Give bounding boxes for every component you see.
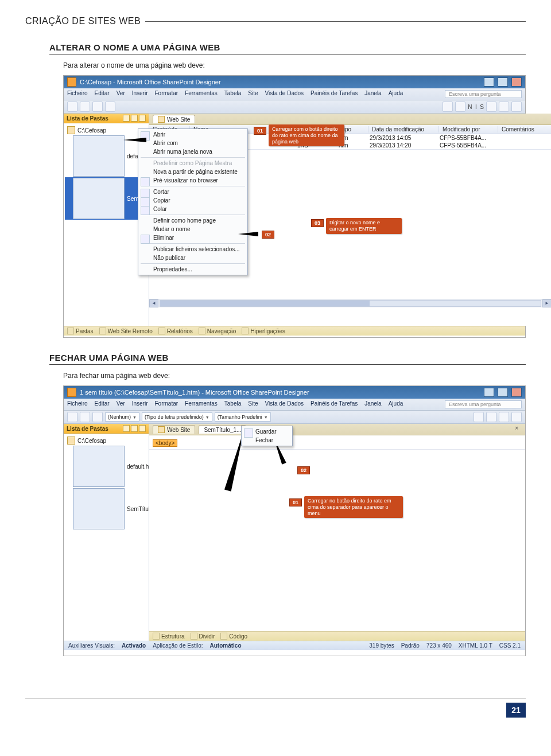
toolbar-button[interactable] bbox=[455, 102, 465, 112]
col-modificado[interactable]: Modificado por bbox=[439, 126, 498, 133]
help-search-box[interactable]: Escreva uma pergunta bbox=[445, 400, 522, 408]
maximize-button[interactable] bbox=[498, 77, 508, 87]
menu-item[interactable]: Site bbox=[248, 400, 258, 408]
toolbar-button[interactable] bbox=[474, 412, 484, 422]
menu-item[interactable]: Editar bbox=[95, 400, 110, 408]
tab-close-icon[interactable]: × bbox=[511, 425, 522, 434]
toolbar-button[interactable] bbox=[80, 102, 90, 112]
menu-item[interactable]: Formatar bbox=[155, 400, 179, 408]
toolbar-button[interactable] bbox=[67, 102, 77, 112]
size-combo[interactable]: (Tamanho Predefini▼ bbox=[215, 412, 271, 422]
panel-close-icon[interactable] bbox=[139, 425, 146, 432]
body-tag-breadcrumb[interactable]: <body> bbox=[153, 439, 177, 447]
menu-item[interactable]: Janela bbox=[364, 90, 381, 98]
col-comentarios[interactable]: Comentários bbox=[498, 126, 551, 133]
menu-item[interactable]: Tabela bbox=[224, 90, 241, 98]
ctx-publicar[interactable]: Publicar ficheiros seleccionados... bbox=[138, 245, 247, 254]
view-tab-hiperligacoes[interactable]: Hiperligações bbox=[242, 328, 285, 334]
scroll-left-icon[interactable]: ◄ bbox=[149, 299, 158, 307]
tab-web-site[interactable]: Web Site bbox=[153, 115, 195, 123]
toolbar-button[interactable] bbox=[80, 412, 90, 422]
menu-item[interactable]: Ferramentas bbox=[185, 90, 218, 98]
toolbar-button[interactable] bbox=[92, 102, 103, 112]
toolbar-button[interactable] bbox=[511, 102, 522, 112]
menu-item[interactable]: Tabela bbox=[224, 400, 241, 408]
menu-item[interactable]: Ficheiro bbox=[67, 400, 88, 408]
ctx-colar[interactable]: Colar bbox=[138, 205, 247, 213]
panel-button[interactable] bbox=[131, 115, 138, 122]
menu-item[interactable]: Ver bbox=[117, 90, 125, 98]
ctx-propriedades[interactable]: Propriedades... bbox=[138, 265, 247, 274]
ctx-fechar[interactable]: Fechar bbox=[242, 436, 292, 445]
col-data[interactable]: Data da modificação bbox=[368, 126, 439, 133]
style-combo[interactable]: (Nenhum)▼ bbox=[105, 412, 139, 422]
ctx-nova-existente[interactable]: Nova a partir de página existente bbox=[138, 167, 247, 176]
maximize-button[interactable] bbox=[498, 388, 508, 397]
ctx-pre-visualizar[interactable]: Pré-visualizar no browser bbox=[138, 176, 247, 185]
close-button[interactable] bbox=[511, 388, 522, 397]
panel-close-icon[interactable] bbox=[139, 115, 146, 122]
toolbar-button[interactable] bbox=[486, 102, 496, 112]
ctx-cortar[interactable]: Cortar bbox=[138, 188, 247, 196]
ctx-abrir-com[interactable]: Abrir com bbox=[138, 139, 247, 147]
menu-item[interactable]: Inserir bbox=[132, 90, 148, 98]
tree-item[interactable]: SemTítulo_1.htm bbox=[65, 488, 148, 530]
view-tab-relatorios[interactable]: Relatórios bbox=[158, 328, 193, 334]
tree-item[interactable]: default.htm bbox=[65, 445, 148, 488]
ctx-nova-janela[interactable]: Abrir numa janela nova bbox=[138, 147, 247, 156]
minimize-button[interactable] bbox=[484, 388, 494, 397]
menu-item[interactable]: Ajuda bbox=[389, 90, 403, 98]
ctx-nao-publicar[interactable]: Não publicar bbox=[138, 254, 247, 262]
toolbar-button[interactable] bbox=[443, 102, 453, 112]
menu-item[interactable]: Inserir bbox=[132, 400, 148, 408]
panel-button[interactable] bbox=[123, 425, 130, 432]
view-estrutura[interactable]: Estrutura bbox=[153, 633, 185, 640]
menu-item[interactable]: Vista de Dados bbox=[265, 90, 304, 98]
menu-item[interactable]: Ajuda bbox=[389, 400, 403, 408]
toolbar-button[interactable] bbox=[511, 412, 522, 422]
menu-item[interactable]: Ver bbox=[117, 400, 125, 408]
tab-web-site[interactable]: Web Site bbox=[153, 425, 195, 434]
view-codigo[interactable]: Código bbox=[220, 633, 247, 640]
menu-item[interactable]: Painéis de Tarefas bbox=[311, 90, 358, 98]
tab-strip: Web Site SemTítulo_1... × bbox=[149, 424, 525, 435]
menu-item[interactable]: Site bbox=[248, 90, 258, 98]
close-button[interactable] bbox=[511, 77, 522, 87]
menu-item[interactable]: Janela bbox=[364, 400, 381, 408]
tree-item-selected[interactable]: SemTítulo_1.htm bbox=[65, 177, 148, 220]
toolbar-button[interactable] bbox=[67, 412, 77, 422]
toolbar-button[interactable] bbox=[499, 412, 509, 422]
view-dividir[interactable]: Dividir bbox=[191, 633, 215, 640]
ctx-copiar[interactable]: Copiar bbox=[138, 196, 247, 205]
arrow-to-menu-mudar bbox=[238, 232, 258, 236]
tree-root[interactable]: C:\Cefosap bbox=[65, 436, 148, 445]
ctx-mudar-nome[interactable]: Mudar o nome bbox=[138, 225, 247, 233]
panel-button[interactable] bbox=[123, 115, 130, 122]
menu-item[interactable]: Ferramentas bbox=[185, 400, 218, 408]
font-combo[interactable]: (Tipo de letra predefinido)▼ bbox=[142, 412, 212, 422]
view-tab-navegacao[interactable]: Navegação bbox=[199, 328, 236, 334]
menu-item[interactable]: Vista de Dados bbox=[265, 400, 304, 408]
horizontal-scrollbar[interactable]: ◄ ► bbox=[149, 299, 551, 307]
minimize-button[interactable] bbox=[484, 77, 494, 87]
ctx-eliminar[interactable]: Eliminar bbox=[138, 233, 247, 242]
menu-item[interactable]: Ficheiro bbox=[67, 90, 88, 98]
menu-item[interactable]: Formatar bbox=[155, 90, 179, 98]
toolbar-button[interactable] bbox=[486, 412, 496, 422]
toolbar-button[interactable] bbox=[105, 102, 115, 112]
view-tab-remoto[interactable]: Web Site Remoto bbox=[99, 328, 153, 334]
help-search-box[interactable]: Escreva uma pergunta bbox=[445, 90, 522, 98]
toolbar-button[interactable] bbox=[499, 102, 509, 112]
scroll-right-icon[interactable]: ► bbox=[542, 299, 551, 307]
panel-button[interactable] bbox=[131, 425, 138, 432]
step-badge-02: 02 bbox=[262, 231, 274, 239]
ctx-abrir[interactable]: Abrir bbox=[138, 130, 247, 139]
ctx-guardar[interactable]: Guardar bbox=[242, 427, 292, 436]
ctx-home-page[interactable]: Definir como home page bbox=[138, 216, 247, 225]
folder-list-panel: Lista de Pastas C:\Cefosap bbox=[64, 424, 149, 641]
view-tab-pastas[interactable]: Pastas bbox=[67, 328, 94, 334]
menu-item[interactable]: Editar bbox=[95, 90, 110, 98]
menu-item[interactable]: Painéis de Tarefas bbox=[311, 400, 358, 408]
toolbar-button[interactable] bbox=[92, 412, 103, 422]
tree-root[interactable]: C:\Cefosap bbox=[65, 126, 148, 135]
